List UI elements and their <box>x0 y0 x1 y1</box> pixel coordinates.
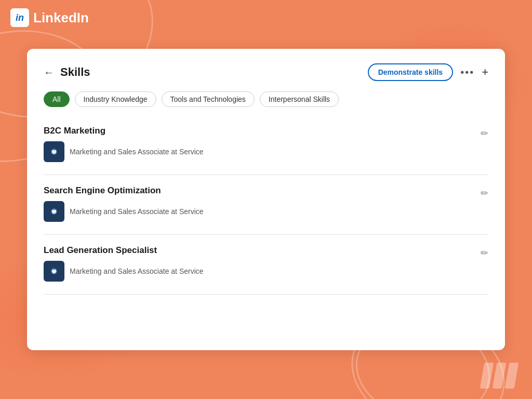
brain-icon <box>48 265 60 277</box>
skill-name: Search Engine Optimization <box>44 185 204 196</box>
edit-skill-button[interactable]: ✏ <box>481 188 488 199</box>
brain-icon <box>48 145 60 158</box>
deco-bar-3 <box>505 363 519 389</box>
deco-bar-2 <box>493 363 507 389</box>
card-header-right: Demonstrate skills ••• + <box>368 63 488 81</box>
skill-divider <box>44 294 488 295</box>
skill-item-left: Lead Generation Specialist Marketing and… <box>44 245 204 282</box>
linkedin-brand-name: LinkedIn <box>33 10 89 26</box>
filter-interpersonal-skills[interactable]: Interpersonal Skills <box>260 91 339 107</box>
skill-item: B2C Marketing Marketing and Sales Associ… <box>44 122 488 168</box>
skills-list: B2C Marketing Marketing and Sales Associ… <box>44 122 488 295</box>
filter-all[interactable]: All <box>44 91 70 107</box>
bottom-decoration <box>482 363 516 389</box>
back-button[interactable]: ← <box>44 66 54 78</box>
page-title: Skills <box>60 65 90 79</box>
filter-row: All Industry Knowledge Tools and Technol… <box>44 91 488 107</box>
skill-source: Marketing and Sales Associate at Service <box>44 141 204 162</box>
skill-icon-box <box>44 261 64 282</box>
skill-icon-box <box>44 141 64 162</box>
skill-item-left: Search Engine Optimization Marketing and… <box>44 185 204 222</box>
deco-bar-1 <box>480 363 494 389</box>
edit-skill-button[interactable]: ✏ <box>481 128 488 139</box>
demonstrate-skills-button[interactable]: Demonstrate skills <box>368 63 454 81</box>
skill-divider <box>44 234 488 235</box>
linkedin-logo: in <box>10 8 29 27</box>
brain-icon <box>48 205 60 218</box>
skill-name: B2C Marketing <box>44 126 204 136</box>
add-skill-button[interactable]: + <box>482 65 488 79</box>
skill-item-left: B2C Marketing Marketing and Sales Associ… <box>44 126 204 162</box>
edit-skill-button[interactable]: ✏ <box>481 247 488 259</box>
card-header-left: ← Skills <box>44 65 90 79</box>
svg-point-1 <box>54 151 55 152</box>
skill-source-text: Marketing and Sales Associate at Service <box>70 207 204 216</box>
skill-icon-box <box>44 201 64 222</box>
skill-source: Marketing and Sales Associate at Service <box>44 201 204 222</box>
card-header: ← Skills Demonstrate skills ••• + <box>44 63 488 81</box>
svg-point-5 <box>54 270 55 271</box>
svg-point-3 <box>54 210 55 211</box>
more-options-button[interactable]: ••• <box>460 66 474 78</box>
linkedin-header: in LinkedIn <box>10 8 89 27</box>
skill-item: Search Engine Optimization Marketing and… <box>44 181 488 228</box>
filter-tools-technologies[interactable]: Tools and Technologies <box>162 91 255 107</box>
skill-source-text: Marketing and Sales Associate at Service <box>70 267 204 275</box>
skill-source-text: Marketing and Sales Associate at Service <box>70 148 204 156</box>
main-card: ← Skills Demonstrate skills ••• + All In… <box>27 49 505 350</box>
skill-divider <box>44 175 488 175</box>
skill-item: Lead Generation Specialist Marketing and… <box>44 241 488 288</box>
skill-source: Marketing and Sales Associate at Service <box>44 261 204 282</box>
skill-name: Lead Generation Specialist <box>44 245 204 256</box>
filter-industry-knowledge[interactable]: Industry Knowledge <box>75 91 156 107</box>
